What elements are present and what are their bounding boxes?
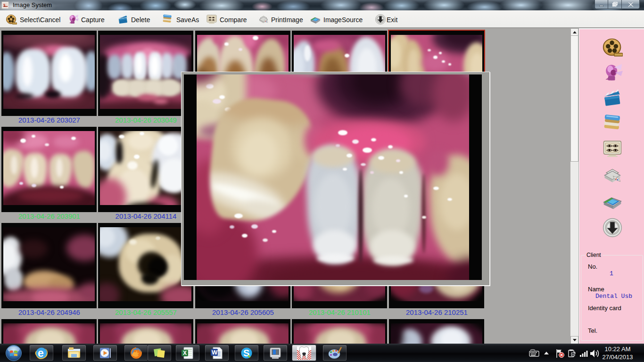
svg-text:W: W	[212, 349, 218, 356]
svg-text:X: X	[183, 350, 187, 356]
svg-text:e: e	[38, 347, 44, 359]
